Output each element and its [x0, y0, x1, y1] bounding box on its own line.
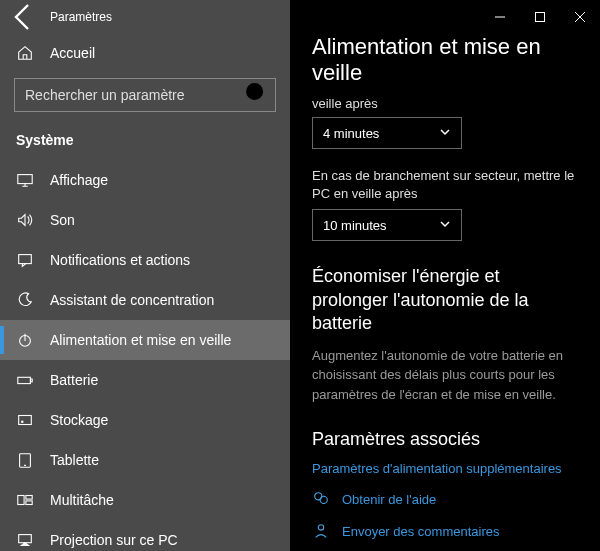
energy-text: Augmentez l'autonomie de votre batterie …: [312, 346, 578, 405]
multitask-icon: [16, 491, 34, 509]
sleep-plugged-dropdown[interactable]: 10 minutes: [312, 209, 462, 241]
projection-icon: [16, 531, 34, 549]
sound-icon: [16, 211, 34, 229]
storage-icon: [16, 411, 34, 429]
nav-label: Affichage: [50, 172, 108, 188]
titlebar: Paramètres: [0, 0, 290, 34]
dropdown-value: 10 minutes: [323, 218, 387, 233]
help-link[interactable]: Obtenir de l'aide: [342, 492, 436, 507]
nav-item-focus[interactable]: Assistant de concentration: [0, 280, 290, 320]
svg-rect-5: [30, 379, 32, 382]
svg-rect-1: [18, 175, 32, 184]
svg-rect-13: [536, 13, 545, 22]
nav-list: Affichage Son Notifications et actions A…: [0, 160, 290, 551]
tablet-icon: [16, 451, 34, 469]
svg-point-7: [22, 421, 23, 422]
nav-label: Batterie: [50, 372, 98, 388]
nav-item-sound[interactable]: Son: [0, 200, 290, 240]
nav-item-notifications[interactable]: Notifications et actions: [0, 240, 290, 280]
nav-label: Assistant de concentration: [50, 292, 214, 308]
feedback-row: Envoyer des commentaires: [312, 522, 578, 540]
svg-rect-4: [18, 377, 31, 383]
chevron-down-icon: [439, 218, 451, 233]
content-pane: Alimentation et mise en veille veille ap…: [290, 0, 600, 551]
feedback-link[interactable]: Envoyer des commentaires: [342, 524, 500, 539]
energy-heading: Économiser l'énergie et prolonger l'auto…: [312, 265, 578, 335]
section-header: Système: [0, 124, 290, 160]
nav-label: Stockage: [50, 412, 108, 428]
minimize-button[interactable]: [480, 2, 520, 32]
nav-item-multitask[interactable]: Multitâche: [0, 480, 290, 520]
svg-rect-9: [18, 496, 24, 505]
content-body: Alimentation et mise en veille veille ap…: [290, 34, 600, 550]
close-button[interactable]: [560, 2, 600, 32]
power-icon: [16, 331, 34, 349]
home-button[interactable]: Accueil: [0, 34, 290, 72]
moon-icon: [16, 291, 34, 309]
home-icon: [16, 44, 34, 62]
notifications-icon: [16, 251, 34, 269]
nav-label: Son: [50, 212, 75, 228]
help-row: Obtenir de l'aide: [312, 490, 578, 508]
svg-point-16: [318, 525, 323, 530]
nav-item-display[interactable]: Affichage: [0, 160, 290, 200]
nav-item-projection[interactable]: Projection sur ce PC: [0, 520, 290, 551]
svg-rect-12: [19, 535, 32, 543]
dropdown-value: 4 minutes: [323, 126, 379, 141]
search-box[interactable]: Rechercher un paramètre: [14, 78, 276, 112]
related-link[interactable]: Paramètres d'alimentation supplémentaire…: [312, 461, 578, 476]
page-title: Alimentation et mise en veille: [312, 34, 578, 86]
nav-label: Notifications et actions: [50, 252, 190, 268]
svg-rect-6: [19, 416, 32, 425]
svg-point-0: [246, 83, 263, 100]
sleep-battery-dropdown[interactable]: 4 minutes: [312, 117, 462, 149]
svg-rect-11: [26, 501, 32, 505]
help-icon: [312, 490, 330, 508]
sidebar: Paramètres Accueil Rechercher un paramèt…: [0, 0, 290, 551]
nav-item-storage[interactable]: Stockage: [0, 400, 290, 440]
nav-label: Tablette: [50, 452, 99, 468]
chevron-down-icon: [439, 126, 451, 141]
nav-label: Multitâche: [50, 492, 114, 508]
search-icon: [241, 78, 275, 112]
home-label: Accueil: [50, 45, 95, 61]
display-icon: [16, 171, 34, 189]
nav-label: Alimentation et mise en veille: [50, 332, 231, 348]
nav-label: Projection sur ce PC: [50, 532, 178, 548]
nav-item-battery[interactable]: Batterie: [0, 360, 290, 400]
nav-item-power[interactable]: Alimentation et mise en veille: [0, 320, 290, 360]
search-placeholder: Rechercher un paramètre: [15, 87, 241, 103]
related-heading: Paramètres associés: [312, 428, 578, 451]
back-button[interactable]: [8, 1, 40, 33]
svg-point-15: [320, 497, 327, 504]
nav-item-tablet[interactable]: Tablette: [0, 440, 290, 480]
svg-rect-10: [26, 496, 32, 500]
maximize-button[interactable]: [520, 2, 560, 32]
battery-icon: [16, 371, 34, 389]
feedback-icon: [312, 522, 330, 540]
window-controls: [290, 0, 600, 34]
svg-rect-2: [19, 255, 32, 264]
titlebar-title: Paramètres: [50, 10, 112, 24]
plugged-label: En cas de branchement sur secteur, mettr…: [312, 167, 578, 203]
cutoff-label: veille après: [312, 96, 578, 111]
